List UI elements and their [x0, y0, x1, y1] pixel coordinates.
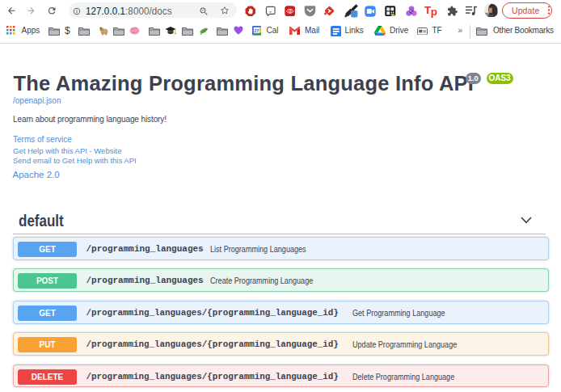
svg-text:27: 27 — [254, 28, 259, 33]
